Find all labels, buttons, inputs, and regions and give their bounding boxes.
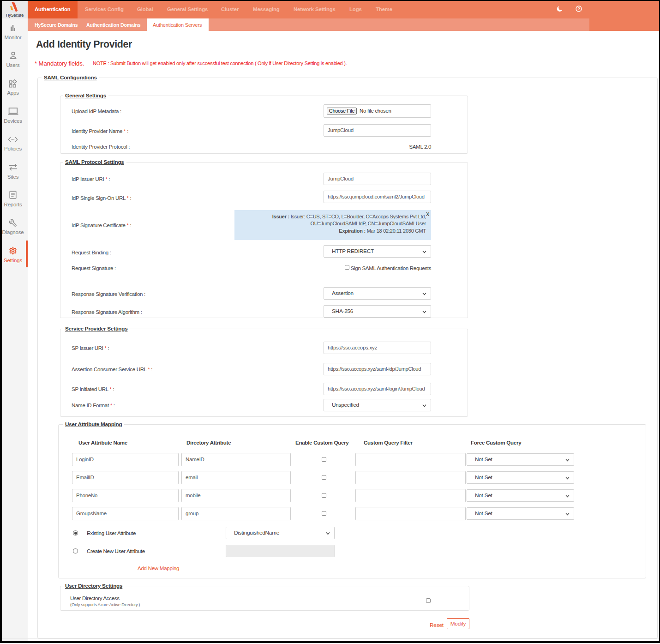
svg-text:?: ? [577, 6, 580, 11]
